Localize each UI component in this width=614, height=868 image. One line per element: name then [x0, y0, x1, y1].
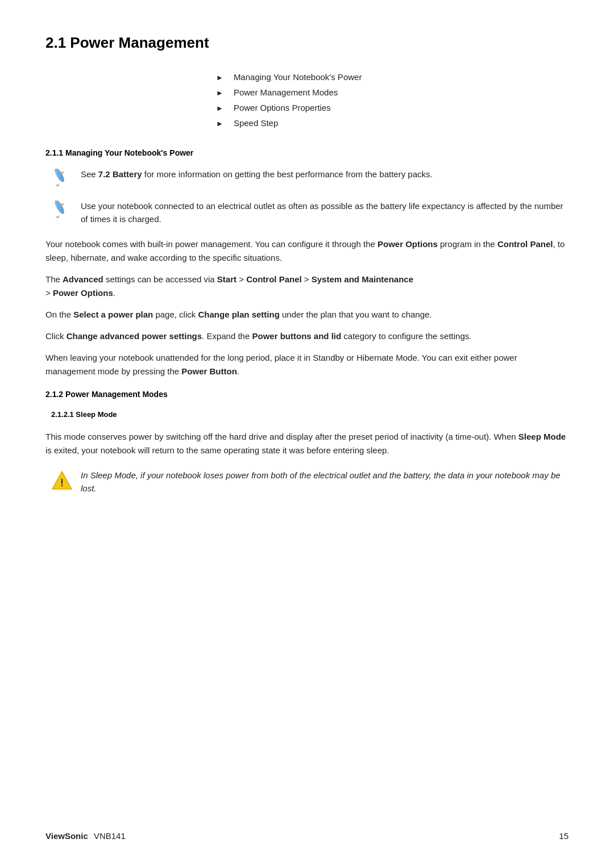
- note-2-text: Use your notebook connected to an electr…: [81, 199, 569, 226]
- warning-text: In Sleep Mode, if your notebook loses po…: [81, 469, 569, 495]
- note-1-text: See 7.2 Battery for more information on …: [81, 168, 433, 181]
- note-1-bold: 7.2 Battery: [98, 169, 142, 179]
- toc-item-1: ► Managing Your Notebook's Power: [216, 72, 569, 82]
- svg-text:!: !: [60, 477, 64, 489]
- para-1: Your notebook comes with built-in power …: [45, 237, 569, 265]
- warning-icon: !: [51, 470, 73, 491]
- toc-label-4: Speed Step: [234, 118, 278, 128]
- para-3-bold-2: Change plan setting: [198, 310, 279, 319]
- toc-arrow-1: ►: [216, 73, 223, 82]
- note-block-1: See 7.2 Battery for more information on …: [51, 168, 569, 190]
- para-3: On the Select a power plan page, click C…: [45, 308, 569, 322]
- toc-label-2: Power Management Modes: [234, 87, 338, 97]
- footer-page-number: 15: [559, 831, 569, 841]
- toc-item-2: ► Power Management Modes: [216, 87, 569, 97]
- para-5-bold: Power Button: [181, 366, 237, 376]
- footer-left: ViewSonic VNB141: [45, 831, 126, 841]
- para-2-bold-4: System and Maintenance: [312, 274, 413, 284]
- section-2121-para1: This mode conserves power by switching o…: [45, 430, 569, 457]
- toc-arrow-2: ►: [216, 89, 223, 97]
- toc-arrow-4: ►: [216, 119, 223, 128]
- para-4-bold-1: Change advanced power settings: [67, 331, 202, 341]
- footer-brand: ViewSonic: [45, 831, 88, 841]
- toc-section: ► Managing Your Notebook's Power ► Power…: [216, 72, 569, 128]
- footer-page: 15: [559, 831, 569, 841]
- pencil-icon-1: [51, 169, 73, 190]
- para-2-bold-1: Advanced: [63, 274, 103, 284]
- section-2121-heading: 2.1.2.1 Sleep Mode: [51, 410, 569, 419]
- section-211: 2.1.1 Managing Your Notebook's Power See…: [45, 148, 569, 378]
- section-212: 2.1.2 Power Management Modes: [45, 390, 569, 399]
- section-211-heading: 2.1.1 Managing Your Notebook's Power: [45, 148, 569, 157]
- toc-label-1: Managing Your Notebook's Power: [234, 72, 362, 82]
- para-3-bold-1: Select a power plan: [73, 310, 153, 319]
- sleep-mode-bold: Sleep Mode: [518, 432, 566, 441]
- warning-block: ! In Sleep Mode, if your notebook loses …: [51, 469, 569, 495]
- para-2-bold-5: Power Options: [53, 288, 113, 298]
- para-2: The Advanced settings can be accessed vi…: [45, 273, 569, 300]
- para-5: When leaving your notebook unattended fo…: [45, 351, 569, 378]
- toc-item-3: ► Power Options Properties: [216, 103, 569, 112]
- toc-item-4: ► Speed Step: [216, 118, 569, 128]
- para-2-bold-2: Start: [217, 274, 237, 284]
- section-2121: 2.1.2.1 Sleep Mode This mode conserves p…: [45, 410, 569, 495]
- note-block-2: Use your notebook connected to an electr…: [51, 199, 569, 226]
- para-1-bold-2: Control Panel: [497, 239, 553, 249]
- para-1-bold-1: Power Options: [377, 239, 438, 249]
- footer-model: VNB141: [94, 831, 126, 841]
- toc-label-3: Power Options Properties: [234, 103, 331, 112]
- page-title: 2.1 Power Management: [45, 34, 569, 52]
- para-4-bold-2: Power buttons and lid: [252, 331, 341, 341]
- pencil-icon-2: [51, 201, 73, 222]
- para-4: Click Change advanced power settings. Ex…: [45, 329, 569, 343]
- footer: ViewSonic VNB141 15: [45, 831, 569, 841]
- toc-arrow-3: ►: [216, 104, 223, 112]
- para-2-bold-3: Control Panel: [246, 274, 302, 284]
- svg-point-4: [53, 201, 66, 215]
- svg-point-0: [53, 169, 66, 183]
- section-212-heading: 2.1.2 Power Management Modes: [45, 390, 569, 399]
